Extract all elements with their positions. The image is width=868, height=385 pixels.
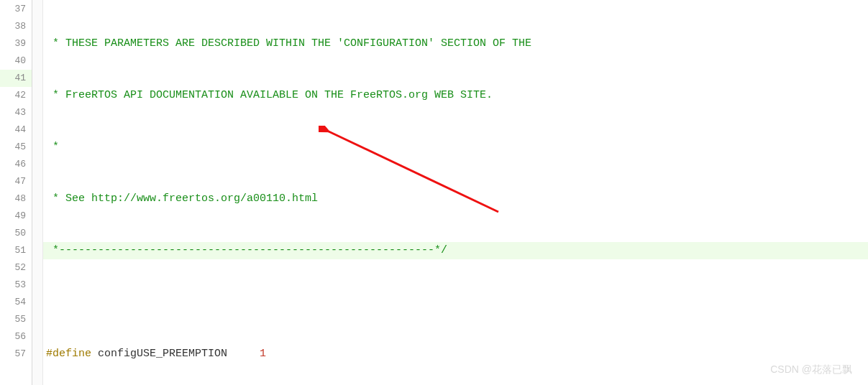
line-number: 37 — [0, 1, 32, 18]
line-number: 41 — [0, 70, 32, 87]
code-area[interactable]: * THESE PARAMETERS ARE DESCRIBED WITHIN … — [43, 0, 868, 385]
code-line: * — [43, 139, 868, 156]
line-number: 51 — [0, 242, 32, 259]
line-number: 54 — [0, 294, 32, 311]
line-number: 42 — [0, 87, 32, 104]
line-number: 47 — [0, 173, 32, 190]
macro-name: configUSE_PREEMPTION — [91, 348, 260, 360]
code-line: * See http://www.freertos.org/a00110.htm… — [43, 190, 868, 208]
line-number: 40 — [0, 52, 32, 70]
code-line: * THESE PARAMETERS ARE DESCRIBED WITHIN … — [43, 35, 868, 52]
line-number: 53 — [0, 277, 32, 294]
line-number: 50 — [0, 225, 32, 242]
comment-text: * — [46, 141, 59, 153]
comment-text: *---------------------------------------… — [46, 244, 447, 256]
line-number-gutter: 3738394041424344454647484950515253545556… — [0, 0, 32, 385]
code-line: #define configUSE_PREEMPTION 1 — [43, 345, 868, 363]
line-number: 44 — [0, 121, 32, 139]
line-number: 56 — [0, 328, 32, 345]
line-number: 52 — [0, 259, 32, 277]
line-number: 55 — [0, 311, 32, 328]
code-line: * FreeRTOS API DOCUMENTATION AVAILABLE O… — [43, 87, 868, 104]
preproc-directive: #define — [46, 348, 91, 360]
comment-text: * See http://www.freertos.org/a00110.htm… — [46, 192, 318, 205]
line-number: 48 — [0, 190, 32, 208]
comment-text: * FreeRTOS API DOCUMENTATION AVAILABLE O… — [46, 89, 493, 101]
number-literal: 1 — [260, 348, 266, 360]
line-number: 49 — [0, 208, 32, 225]
line-number: 43 — [0, 104, 32, 121]
marker-margin — [32, 0, 43, 385]
code-editor[interactable]: 3738394041424344454647484950515253545556… — [0, 0, 868, 385]
comment-text: * THESE PARAMETERS ARE DESCRIBED WITHIN … — [46, 37, 531, 50]
code-line — [43, 294, 868, 311]
line-number: 39 — [0, 35, 32, 52]
line-number: 45 — [0, 139, 32, 156]
line-number: 38 — [0, 18, 32, 35]
code-line-highlighted: *---------------------------------------… — [43, 242, 868, 259]
line-number: 46 — [0, 156, 32, 173]
line-number: 57 — [0, 345, 32, 363]
